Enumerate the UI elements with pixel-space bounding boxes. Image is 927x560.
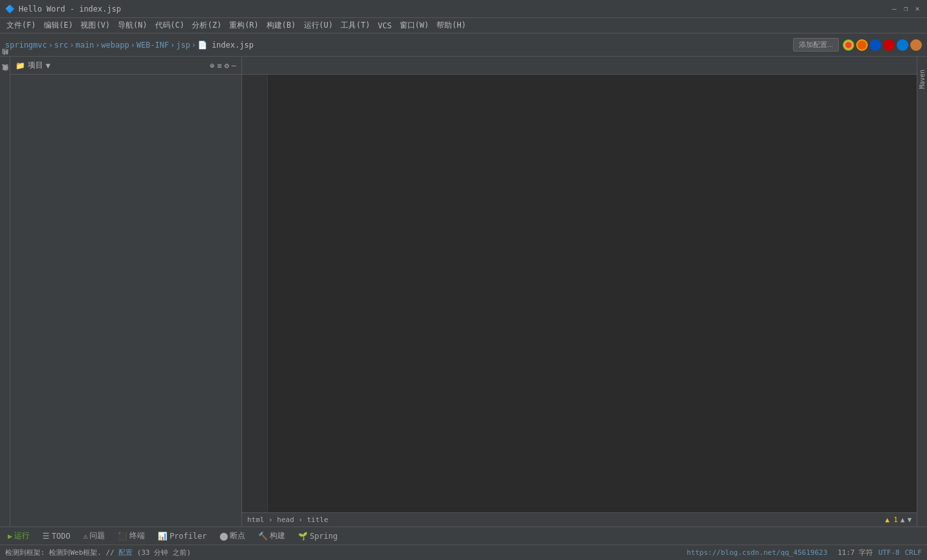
notification-url[interactable]: https://blog.csdn.net/qq_45619623	[687, 548, 828, 557]
breakpoints-button[interactable]: ⬤ 断点	[217, 529, 248, 543]
menu-item[interactable]: 导航(N)	[114, 19, 151, 32]
run-button[interactable]: ▶ 运行	[5, 529, 32, 543]
window-controls: — ❐ ✕	[890, 5, 922, 14]
run-label: 运行	[14, 530, 30, 541]
main-area: 结构 收藏夹 📁 项目 ▼ ⊕ ≡ ⚙ — html › head › tit	[0, 57, 927, 527]
sidebar-title: 📁	[15, 61, 25, 70]
spring-button[interactable]: 🌱 Spring	[295, 530, 340, 542]
warning-chevron2[interactable]: ▼	[907, 516, 912, 524]
file-tree	[10, 75, 241, 527]
breadcrumb: springmvc › src › main › webapp › WEB-IN…	[5, 41, 791, 50]
notification-config-link[interactable]: 配置	[118, 548, 133, 557]
menu-item[interactable]: 文件(F)	[3, 19, 40, 32]
close-button[interactable]: ✕	[913, 5, 922, 14]
warning-badge[interactable]: ▲ 1	[885, 516, 898, 524]
build-label: 构建	[270, 530, 285, 541]
sidebar-title-text: 项目	[28, 60, 43, 71]
menu-item[interactable]: 工具(T)	[337, 19, 374, 32]
todo-label: TODO	[52, 532, 70, 541]
menu-item[interactable]: VCS	[374, 20, 396, 32]
maven-label[interactable]: Maven	[919, 70, 926, 89]
notification-line-col: 11:7 字符	[838, 548, 873, 557]
sidebar-header: 📁 项目 ▼ ⊕ ≡ ⚙ —	[10, 57, 241, 75]
safari-icon[interactable]	[910, 39, 922, 51]
breadcrumb-item[interactable]: webapp	[101, 41, 129, 50]
todo-button[interactable]: ☰ TODO	[40, 530, 73, 542]
browser-icons	[843, 39, 922, 51]
title-bar: 🔷 Hello Word - index.jsp — ❐ ✕	[0, 0, 927, 18]
breadcrumb-item[interactable]: springmvc	[5, 41, 47, 50]
breakpoints-label: 断点	[230, 530, 245, 541]
menu-item[interactable]: 构建(B)	[263, 19, 300, 32]
opera-icon[interactable]	[883, 39, 895, 51]
ie-icon[interactable]	[870, 39, 881, 51]
problems-button[interactable]: ⚠ 问题	[80, 529, 108, 543]
menu-item[interactable]: 运行(U)	[300, 19, 337, 32]
notification-line-sep[interactable]: CRLF	[905, 548, 922, 557]
minimize-button[interactable]: —	[890, 5, 899, 14]
menu-item[interactable]: 编辑(E)	[40, 19, 77, 32]
code-editor	[242, 75, 917, 512]
firefox-icon[interactable]	[856, 39, 868, 51]
edge-icon[interactable]	[897, 39, 908, 51]
app-title: Hello Word - index.jsp	[19, 5, 121, 14]
menu-item[interactable]: 窗口(W)	[396, 19, 433, 32]
profiler-icon: 📊	[158, 532, 167, 541]
profiler-label: Profiler	[169, 532, 207, 541]
line-numbers	[242, 75, 268, 512]
build-icon: 🔨	[258, 532, 268, 541]
spring-icon: 🌱	[298, 532, 308, 541]
terminal-icon: ⬛	[118, 532, 127, 541]
editor-breadcrumb: html › head › title ▲ 1 ▲ ▼	[242, 512, 917, 527]
breakpoints-icon: ⬤	[220, 532, 228, 541]
add-config-button[interactable]: 添加配置...	[793, 38, 839, 51]
notification-right: https://blog.csdn.net/qq_45619623 11:7 字…	[687, 548, 922, 557]
profiler-button[interactable]: 📊 Profiler	[155, 530, 209, 542]
breadcrumb-item[interactable]: jsp	[176, 41, 191, 50]
sidebar-close-btn[interactable]: —	[232, 61, 236, 70]
sidebar-sync-btn[interactable]: ⊕	[210, 61, 214, 70]
code-content[interactable]	[268, 75, 917, 512]
title-bar-left: 🔷 Hello Word - index.jsp	[5, 5, 121, 14]
left-panel-label2[interactable]: 收藏夹	[0, 75, 11, 77]
menu-item[interactable]: 代码(C)	[151, 19, 189, 32]
app-icon: 🔷	[5, 5, 15, 14]
menu-bar: 文件(F)编辑(E)视图(V)导航(N)代码(C)分析(Z)重构(R)构建(B)…	[0, 18, 927, 33]
breadcrumb-item[interactable]: WEB-INF	[136, 41, 169, 50]
problems-icon: ⚠	[83, 532, 88, 541]
todo-icon: ☰	[42, 532, 50, 541]
menu-item[interactable]: 帮助(H)	[433, 19, 470, 32]
breadcrumb-path: html › head › title	[247, 516, 328, 524]
bottom-toolbar: ▶ 运行 ☰ TODO ⚠ 问题 ⬛ 终端 📊 Profiler ⬤ 断点 🔨 …	[0, 527, 927, 545]
sidebar: 📁 项目 ▼ ⊕ ≡ ⚙ —	[10, 57, 242, 527]
sidebar-toolbar: ⊕ ≡ ⚙ —	[210, 61, 236, 70]
breadcrumb-item[interactable]: main	[75, 41, 94, 50]
toolbar: springmvc › src › main › webapp › WEB-IN…	[0, 33, 927, 57]
editor-area: html › head › title ▲ 1 ▲ ▼	[242, 57, 917, 527]
tab-bar	[242, 57, 917, 75]
breadcrumb-item[interactable]: src	[54, 41, 68, 50]
notification-text: 检测到框架: 检测到Web框架. // 配置 (33 分钟 之前)	[5, 548, 687, 557]
terminal-label: 终端	[129, 530, 145, 541]
notification-encoding[interactable]: UTF-8	[878, 548, 899, 557]
menu-item[interactable]: 视图(V)	[77, 19, 114, 32]
warning-area: ▲ 1 ▲ ▼	[885, 516, 912, 524]
notification-bar: 检测到框架: 检测到Web框架. // 配置 (33 分钟 之前) https:…	[0, 545, 927, 560]
build-button[interactable]: 🔨 构建	[256, 529, 288, 543]
run-icon: ▶	[8, 532, 12, 541]
menu-item[interactable]: 分析(Z)	[188, 19, 225, 32]
spring-label: Spring	[310, 532, 337, 541]
chrome-icon[interactable]	[843, 39, 854, 51]
left-panel-label[interactable]: 结构	[0, 59, 11, 62]
menu-item[interactable]: 重构(R)	[225, 19, 263, 32]
sidebar-collapse-btn[interactable]: ≡	[217, 61, 221, 70]
terminal-button[interactable]: ⬛ 终端	[115, 529, 147, 543]
maximize-button[interactable]: ❐	[901, 5, 910, 14]
maven-sidebar: Maven	[917, 57, 927, 527]
problems-label: 问题	[89, 530, 105, 541]
sidebar-settings-btn[interactable]: ⚙	[225, 61, 229, 70]
left-panel: 结构 收藏夹	[0, 57, 10, 527]
breadcrumb-current: 📄 index.jsp	[198, 41, 254, 50]
warning-chevron[interactable]: ▲	[901, 516, 905, 524]
